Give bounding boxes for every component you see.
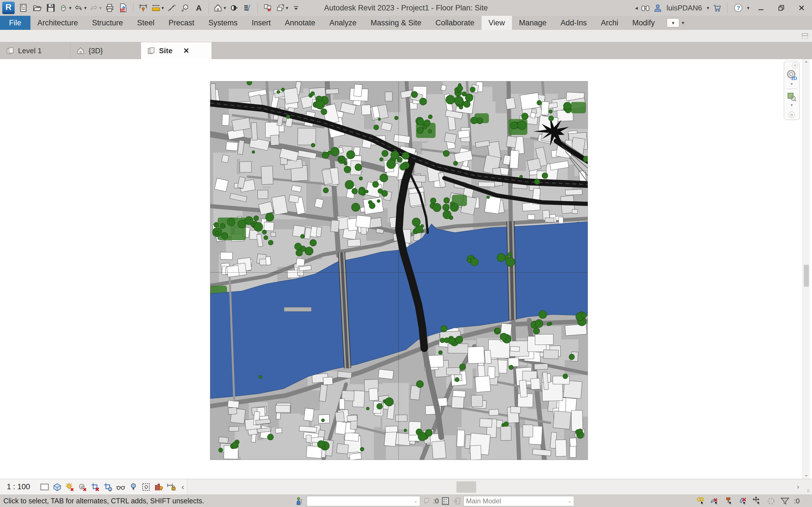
view-tab--3d-[interactable]: {3D} (70, 42, 141, 59)
temporary-hide-isolate-icon[interactable] (115, 481, 126, 493)
show-crop-region-icon[interactable] (103, 481, 114, 493)
workset-dropdown-chevron[interactable]: ⌄ (414, 498, 417, 504)
section-icon[interactable] (228, 1, 240, 15)
view-scale-button[interactable]: 1 : 100 (7, 483, 30, 491)
active-workset-dropdown[interactable]: ⌄ (307, 496, 420, 506)
visual-style-icon[interactable] (52, 481, 63, 493)
ribbon-tab-massing-site[interactable]: Massing & Site (363, 16, 428, 30)
view-control-collapse-icon[interactable]: ‹ (182, 483, 184, 492)
ribbon-tab-architecture[interactable]: Architecture (31, 16, 85, 30)
vertical-scrollbar[interactable]: ⌃ ⌄ (802, 59, 810, 479)
temporary-view-properties-icon[interactable] (141, 481, 152, 493)
file-properties-icon[interactable] (17, 1, 30, 15)
view-tab-level-1[interactable]: Level 1 (0, 42, 70, 59)
aligned-dimension-icon[interactable] (137, 1, 149, 15)
ribbon-tab-analyze[interactable]: Analyze (322, 16, 363, 30)
detail-level-icon[interactable] (39, 481, 50, 493)
design-option-dropdown-chevron[interactable]: ⌄ (568, 498, 571, 504)
user-avatar-icon[interactable] (653, 3, 663, 13)
text-icon[interactable]: A (193, 1, 205, 15)
wheel-dropdown-caret[interactable]: ▾ (791, 81, 793, 87)
drag-elements-on-selection-icon[interactable] (752, 496, 762, 506)
ribbon-display-toggle-icon[interactable] (801, 32, 809, 40)
close-button[interactable] (793, 0, 810, 16)
print-icon[interactable] (103, 1, 116, 15)
crop-view-off-icon[interactable] (90, 481, 101, 493)
ribbon-tab-add-ins[interactable]: Add-Ins (553, 16, 594, 30)
ribbon-tab-steel[interactable]: Steel (130, 16, 161, 30)
search-binoculars-icon[interactable] (641, 3, 650, 13)
navbar-options-icon[interactable]: ⊖ (789, 112, 795, 118)
measure-icon[interactable]: ▾ (151, 1, 165, 15)
add-to-design-option-icon[interactable] (452, 497, 461, 506)
site-plan-canvas[interactable] (210, 81, 588, 460)
ribbon-tab-structure[interactable]: Structure (85, 16, 130, 30)
resize-grip-icon[interactable]: ⠿ (807, 489, 810, 494)
vertical-scroll-thumb[interactable] (804, 265, 809, 287)
close-inactive-windows-icon[interactable] (261, 1, 274, 15)
help-icon[interactable]: ? (733, 3, 743, 13)
3d-view-dropdown-caret[interactable]: ▾ (223, 5, 226, 11)
navbar-close-icon[interactable]: ✕ (792, 62, 798, 68)
ribbon-tab-collaborate[interactable]: Collaborate (428, 16, 481, 30)
modify-scale-icon[interactable] (165, 1, 178, 15)
ribbon-tab-archi[interactable]: Archi (594, 16, 625, 30)
ribbon-tab-precast[interactable]: Precast (161, 16, 202, 30)
measure-dropdown-caret[interactable]: ▾ (161, 5, 164, 11)
default-3d-view-icon[interactable]: ▾ (213, 1, 227, 15)
app-store-cart-icon[interactable] (712, 3, 722, 13)
ribbon-tab-systems[interactable]: Systems (201, 16, 245, 30)
steering-wheel-2d-icon[interactable]: 2D (785, 69, 798, 81)
zoom-dropdown-caret[interactable]: ▾ (791, 103, 793, 108)
ribbon-tab-manage[interactable]: Manage (512, 16, 554, 30)
horizontal-scroll-thumb[interactable] (456, 482, 476, 493)
select-links-icon[interactable] (696, 496, 706, 506)
undo-dropdown-caret[interactable]: ▾ (84, 5, 87, 11)
analytical-model-icon[interactable] (153, 481, 164, 493)
select-underlay-elements-icon[interactable] (710, 496, 720, 506)
scroll-down-icon[interactable]: ⌄ (804, 470, 808, 479)
select-pinned-elements-icon[interactable] (724, 496, 734, 506)
sync-dropdown-caret[interactable]: ▾ (69, 5, 71, 11)
sun-path-off-icon[interactable] (64, 481, 75, 493)
ribbon-tab-view[interactable]: View (481, 16, 512, 30)
drawing-area[interactable]: ✕ 2D ▾ ▾ ⊖ ⌃ ⌄ (0, 59, 812, 479)
ribbon-tab-insert[interactable]: Insert (245, 16, 278, 30)
view-tab-site[interactable]: Site✕ (141, 42, 211, 59)
selection-filter-icon[interactable] (780, 496, 790, 506)
ribbon-tab-modify[interactable]: Modify (625, 16, 662, 30)
ribbon-tab-annotate[interactable]: Annotate (278, 16, 322, 30)
thin-lines-icon[interactable] (241, 1, 254, 15)
zoom-region-icon[interactable] (786, 91, 797, 103)
revit-logo-icon[interactable]: R (2, 2, 15, 14)
switch-windows-icon[interactable]: ▾ (275, 1, 289, 15)
worksets-icon[interactable] (295, 496, 305, 506)
active-design-option-dropdown[interactable]: Main Model ⌄ (463, 496, 574, 506)
customize-qat-icon[interactable] (290, 1, 302, 15)
editing-requests-icon[interactable] (422, 497, 431, 505)
select-elements-by-face-icon[interactable] (738, 496, 748, 506)
design-options-icon[interactable] (441, 497, 450, 506)
ribbon-state-caret[interactable]: ▾ (682, 20, 684, 26)
horizontal-scrollbar[interactable]: › ⠿ (187, 479, 812, 495)
ribbon-state-button[interactable]: ▼ (667, 18, 679, 27)
ribbon-tab-file[interactable]: File (0, 16, 31, 30)
help-dropdown-caret[interactable]: ▾ (747, 5, 749, 11)
scroll-right-icon[interactable]: › (797, 479, 799, 495)
account-dropdown-caret[interactable]: ▾ (707, 5, 709, 11)
open-file-icon[interactable] (31, 1, 43, 15)
close-view-tab-icon[interactable]: ✕ (183, 47, 190, 55)
tag-by-category-icon[interactable]: 1 (179, 1, 192, 15)
sync-with-central-icon[interactable]: ▾ (58, 1, 72, 15)
collapse-arrow-icon[interactable]: ◂ (635, 4, 638, 11)
export-pdf-icon[interactable]: PDF (117, 1, 130, 15)
reveal-hidden-elements-icon[interactable] (128, 481, 139, 493)
undo-icon[interactable]: ▾ (73, 1, 87, 15)
minimize-button[interactable] (752, 0, 770, 16)
scroll-up-icon[interactable]: ⌃ (804, 59, 808, 68)
restore-button[interactable] (772, 0, 790, 16)
signed-in-username[interactable]: luisPDAN6 (666, 4, 702, 12)
switch-windows-dropdown-caret[interactable]: ▾ (286, 5, 289, 11)
reveal-constraints-icon[interactable] (166, 481, 177, 493)
save-icon[interactable] (45, 1, 57, 15)
